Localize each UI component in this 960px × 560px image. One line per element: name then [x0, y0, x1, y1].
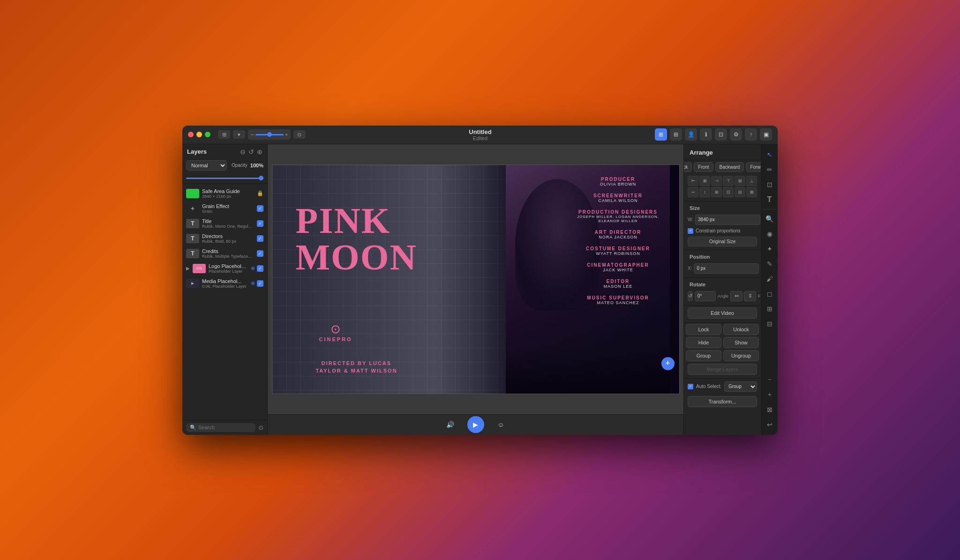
text-tool-icon[interactable]: T — [763, 193, 776, 206]
zoom-in-icon[interactable]: 🔍 — [763, 212, 776, 225]
flip-v-icon[interactable]: ⇕ — [744, 291, 756, 301]
ungroup-button[interactable]: Ungroup — [723, 350, 759, 361]
expand-arrow-icon[interactable]: ▶ — [186, 266, 190, 271]
view-toggle-icon[interactable]: ▾ — [233, 130, 245, 139]
lock-button[interactable]: Lock — [686, 324, 721, 335]
align-extra2-icon[interactable]: ⊡ — [723, 187, 734, 197]
bottom-icon[interactable]: ↩ — [763, 418, 776, 431]
layers-minus-icon[interactable]: ⊖ — [240, 148, 246, 156]
color-icon[interactable]: ◉ — [763, 227, 776, 240]
edit-icon[interactable]: ✎ — [763, 257, 776, 270]
brush-icon[interactable]: 🖌 — [763, 272, 776, 285]
layer-item-media[interactable]: ▶ Media Placehol... 0:06, Placeholder La… — [182, 276, 267, 291]
volume-button[interactable]: 🔊 — [443, 417, 458, 432]
eraser-icon[interactable]: ◻ — [763, 287, 776, 300]
credits-visible-check[interactable]: ✓ — [257, 250, 263, 257]
backward-button[interactable]: Backward — [715, 162, 744, 172]
logo-visible-check[interactable]: ✓ — [257, 265, 263, 272]
align-top-icon[interactable]: ⊤ — [723, 176, 734, 186]
layer-item-title[interactable]: T Title Rubik, Mono One, Regular, 35... … — [182, 216, 267, 231]
panel-icon[interactable]: ▣ — [760, 128, 772, 141]
export-icon[interactable]: ↑ — [745, 128, 757, 141]
panel-right: Arrange Back Front Backward Forward ⊢ ⊠ … — [683, 144, 761, 435]
forward-button[interactable]: Forward — [746, 162, 761, 172]
align-bottom-icon[interactable]: ⊥ — [746, 176, 757, 186]
logo-add-icon[interactable]: ⊕ — [251, 265, 255, 271]
zoom-slider[interactable] — [255, 134, 284, 135]
x-input[interactable] — [694, 263, 759, 274]
close-button[interactable] — [188, 132, 194, 137]
layer-item-logo[interactable]: ▶ CG Logo Placeholder:... Placeholder La… — [182, 261, 267, 276]
shape-tool-icon[interactable]: ⊡ — [763, 178, 776, 191]
align-extra1-icon[interactable]: ⊞ — [711, 187, 722, 197]
edit-video-button[interactable]: Edit Video — [688, 307, 757, 319]
transform-button[interactable]: Transform... — [688, 396, 757, 407]
layer-item-grain[interactable]: ✦ Grain Effect Grain ✓ — [182, 201, 267, 216]
settings-icon[interactable]: ⚙ — [730, 128, 742, 141]
select-tool-icon[interactable]: ↖ — [763, 148, 776, 161]
layers-icon[interactable]: ⊟ — [763, 317, 776, 330]
title-visible-check[interactable]: ✓ — [257, 220, 263, 227]
align-left-icon[interactable]: ⊢ — [688, 176, 698, 186]
align-right-icon[interactable]: ⊣ — [711, 176, 722, 186]
media-add-icon[interactable]: ⊕ — [251, 280, 255, 286]
poster-title-text: PINK MOON — [296, 202, 417, 276]
layer-item-credits[interactable]: T Credits Rubik, Multiple Typefaces, 6..… — [182, 246, 267, 261]
zoom-out-icon[interactable]: － — [763, 373, 776, 386]
layers-add-icon[interactable]: ⊕ — [257, 148, 262, 156]
front-button[interactable]: Front — [694, 162, 713, 172]
align-extra4-icon[interactable]: ⊠ — [746, 187, 757, 197]
hide-button[interactable]: Hide — [686, 337, 721, 348]
pen-tool-icon[interactable]: ✏ — [763, 163, 776, 176]
opacity-slider[interactable] — [186, 178, 263, 179]
auto-select-checkbox[interactable]: ✓ — [688, 384, 693, 389]
minimize-button[interactable] — [196, 132, 202, 137]
merge-layers-button[interactable]: Merge Layers — [688, 364, 757, 375]
canvas-view-icon[interactable]: ⊞ — [655, 128, 667, 141]
align-center-v-icon[interactable]: ⊞ — [735, 176, 745, 186]
media-visible-check[interactable]: ✓ — [257, 280, 263, 287]
layer-item-directors[interactable]: T Directors Rubik, Bold, 80 px ✓ — [182, 231, 267, 246]
angle-input[interactable] — [695, 291, 716, 301]
align-extra3-icon[interactable]: ⊟ — [735, 187, 745, 197]
rotate-left-icon[interactable]: ↺ — [688, 291, 693, 301]
grain-visible-check[interactable]: ✓ — [257, 205, 263, 212]
people-icon[interactable]: 👤 — [685, 128, 697, 141]
play-button[interactable]: ▶ — [467, 416, 484, 433]
emoji-button[interactable]: ☺ — [494, 417, 509, 432]
frame-icon[interactable]: ⊡ — [715, 128, 727, 141]
blend-mode-select[interactable]: Normal — [186, 160, 227, 171]
star-icon[interactable]: ✦ — [763, 242, 776, 255]
grain-icon: ✦ — [190, 205, 195, 212]
maximize-button[interactable] — [205, 132, 210, 137]
group-button[interactable]: Group — [686, 350, 721, 361]
search-options-icon[interactable]: ⊙ — [258, 424, 263, 431]
width-input[interactable] — [695, 215, 760, 225]
distribute-v-icon[interactable]: ↕ — [699, 187, 710, 197]
constrain-checkbox[interactable]: ✓ — [688, 228, 693, 234]
directors-visible-check[interactable]: ✓ — [257, 235, 263, 242]
plus-button[interactable]: + — [661, 357, 675, 370]
info-icon[interactable]: ℹ — [700, 128, 712, 141]
sidebar-toggle-icon[interactable]: ⊞ — [218, 130, 230, 139]
fit-icon[interactable]: ⊠ — [763, 403, 776, 416]
auto-select-dropdown[interactable]: Group — [724, 381, 757, 392]
layers-refresh-icon[interactable]: ↺ — [248, 148, 254, 156]
grid-view-icon[interactable]: ⊞ — [670, 128, 682, 141]
layer-item-safe-area[interactable]: Safe Area Guide 3840 × 2160 px 🔒 — [182, 186, 267, 201]
search-input[interactable] — [198, 425, 252, 430]
align-center-h-icon[interactable]: ⊠ — [699, 176, 710, 186]
zoom-in-small-icon[interactable]: ＋ — [763, 388, 776, 401]
flip-h-icon[interactable]: ⇔ — [730, 291, 742, 301]
show-button[interactable]: Show — [723, 337, 759, 348]
safe-area-info: Safe Area Guide 3840 × 2160 px — [202, 188, 254, 199]
media-thumb: ▶ — [186, 279, 199, 288]
options-icon[interactable]: ⊙ — [293, 130, 306, 139]
back-button[interactable]: Back — [683, 162, 692, 172]
canvas-content[interactable]: PINK MOON ⊙ CINEPRO DIRECTED BY LUCASTAY… — [268, 144, 683, 414]
distribute-h-icon[interactable]: ⇿ — [688, 187, 698, 197]
unlock-button[interactable]: Unlock — [723, 324, 759, 335]
original-size-button[interactable]: Original Size — [688, 237, 757, 246]
crop-icon[interactable]: ⊞ — [763, 302, 776, 315]
arrange-order-row1: Back Front Backward Forward — [684, 160, 761, 174]
